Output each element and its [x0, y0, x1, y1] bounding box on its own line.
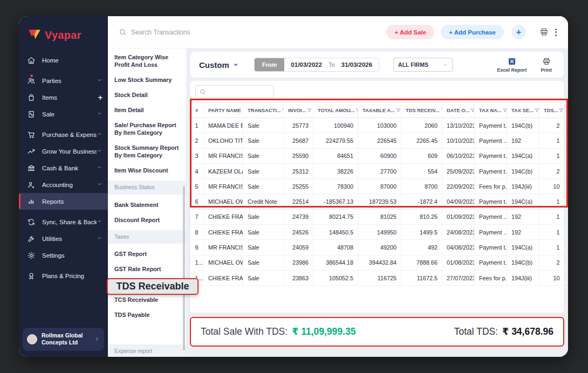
column-header[interactable]: TOTAL AMOU... [313, 103, 358, 118]
report-nav-item[interactable]: Item Detail [108, 102, 186, 118]
to-date-field[interactable]: 31/03/2026 [335, 61, 379, 68]
report-nav-item[interactable]: Discount Report [108, 212, 186, 227]
sidebar-item[interactable]: Accounting [19, 176, 108, 193]
report-nav-item[interactable]: Bank Statement [108, 197, 186, 212]
report-nav-item[interactable]: Sale/ Purchase Report By Item Category [108, 118, 186, 140]
report-nav-item[interactable]: Taxes [108, 230, 186, 244]
transaction-search[interactable] [119, 28, 386, 36]
print-icon[interactable] [537, 25, 551, 39]
sidebar-item[interactable]: Items + [19, 89, 108, 106]
filter-funnel-icon[interactable] [502, 108, 507, 113]
column-header[interactable]: TDS... [539, 103, 564, 118]
report-nav-item[interactable]: Item Wise Discount [108, 163, 186, 178]
sidebar-item[interactable]: Cash & Bank [19, 160, 108, 176]
column-header[interactable]: DATE O... [442, 103, 475, 118]
column-header[interactable]: # [191, 103, 204, 118]
report-nav-item[interactable]: GST Report [108, 246, 186, 261]
filter-funnel-icon[interactable] [469, 108, 474, 113]
filter-funnel-icon[interactable] [440, 108, 442, 113]
logo-text: Vyapar [45, 29, 81, 42]
sidebar-item-label: Plans & Pricing [42, 273, 102, 279]
filter-funnel-icon[interactable] [306, 108, 312, 113]
table-row[interactable]: 5 MR FRANCIS ... Sale 25255 78300 87000 … [191, 179, 564, 194]
table-row[interactable]: 1 MAMA DEE B... Sale 25773 100940 103000… [191, 118, 564, 133]
sidebar-item[interactable]: Settings [19, 247, 108, 264]
more-options-icon[interactable] [551, 29, 560, 36]
filter-funnel-icon[interactable] [281, 108, 283, 113]
utilities-icon [27, 234, 36, 243]
report-nav-item[interactable]: Expense report [108, 344, 186, 357]
sidebar-item[interactable]: Sale [19, 106, 108, 122]
filter-funnel-icon[interactable] [241, 108, 243, 113]
table-row[interactable]: 2 OKLOHO TITU... Sale 25687 224279.55 22… [191, 133, 564, 148]
report-nav-item[interactable]: TDS Payable [108, 307, 186, 322]
sidebar-item[interactable]: Home [19, 52, 108, 68]
report-nav-label: Business Status [114, 184, 155, 190]
sidebar-item[interactable]: Parties [19, 72, 108, 89]
table-row[interactable]: 1... MICHAEL OW... Sale 23986 386544.18 … [191, 255, 564, 270]
column-header[interactable]: TAX SE... [507, 103, 539, 118]
table-row[interactable]: 8 CHIEKE FRAN... Sale 24526 148450.5 149… [191, 225, 564, 240]
sidebar-item[interactable]: Plans & Pricing [19, 267, 108, 284]
report-nav-item[interactable]: Low Stock Summary [108, 72, 186, 87]
sidebar-item[interactable]: Purchase & Expense [19, 126, 108, 143]
report-nav-label: Item Category Wise Profit And Loss [114, 54, 168, 68]
add-sale-button[interactable]: + Add Sale [386, 25, 434, 39]
filter-funnel-icon[interactable] [354, 108, 358, 113]
sidebar-item-label: Items [42, 94, 98, 101]
total-sale-value: ₹ 11,09,999.35 [292, 326, 355, 337]
filter-funnel-icon[interactable] [558, 108, 564, 113]
table-search[interactable] [195, 85, 274, 98]
sidebar-item[interactable]: Sync, Share & Backup [19, 213, 108, 230]
table-row[interactable]: 3 MR FRANCIS ... Sale 25590 84651 60900 … [191, 148, 564, 163]
column-header[interactable]: TAXABLE A... [358, 103, 401, 118]
bank-icon [27, 164, 36, 172]
report-nav-label: Stock Detail [114, 92, 148, 98]
print-report-button[interactable]: Print [541, 57, 552, 73]
table-search-input[interactable] [208, 88, 270, 95]
table-row[interactable]: 9 MR FRANCIS ... Sale 24059 48708 49200 … [191, 240, 564, 255]
table-row[interactable]: 1... CHIEKE FRAN... Sale 23863 105052.5 … [191, 270, 564, 285]
home-icon [27, 56, 36, 65]
quick-add-button[interactable]: + [511, 25, 526, 39]
from-date-field[interactable]: 01/03/2022 [284, 61, 329, 68]
add-icon[interactable]: + [98, 93, 102, 102]
report-nav-label: Discount Report [114, 217, 160, 223]
reports-scrollbar[interactable] [183, 186, 185, 350]
date-range-dropdown[interactable]: Custom [199, 60, 239, 70]
table-row[interactable]: 6 MICHAEL OW... Credit Note 22514 -18536… [191, 194, 564, 209]
sidebar-item[interactable]: Grow Your Business [19, 143, 108, 160]
search-icon [119, 28, 127, 36]
column-header[interactable]: TAX NA... [475, 103, 507, 118]
filter-funnel-icon[interactable] [395, 108, 401, 113]
company-switcher[interactable]: Rollmax Global Concepts Ltd [23, 328, 104, 351]
from-chip[interactable]: From [255, 58, 285, 71]
plans-icon [27, 272, 36, 280]
table-row[interactable]: 7 CHIEKE FRAN... Sale 24739 80214.75 810… [191, 209, 564, 224]
sidebar-item-label: Cash & Bank [42, 165, 97, 171]
column-header[interactable]: TRANSACTI... [243, 103, 284, 118]
chevron-down-icon [97, 77, 102, 84]
accounting-icon [27, 181, 36, 189]
column-header[interactable]: TDS RECEIV... [401, 103, 442, 118]
sidebar-item[interactable]: Reports [19, 193, 108, 210]
filter-funnel-icon[interactable] [534, 108, 539, 113]
column-header[interactable]: PARTY NAME [204, 103, 243, 118]
excel-report-button[interactable]: Excel Report [497, 57, 527, 73]
grow-icon [27, 147, 36, 156]
table-row[interactable]: 4 KAZEEM OLA... Sale 25312 38226 27700 5… [191, 163, 564, 178]
reports-panel: Item Category Wise Profit And Loss Low S… [108, 49, 186, 357]
report-nav-item[interactable]: Business Status [108, 181, 186, 195]
sidebar-item[interactable]: Utilities [19, 230, 108, 247]
sidebar: Vyapar Home Parties [19, 16, 108, 357]
column-header[interactable]: INVOI... [284, 103, 313, 118]
report-nav-item-tds-receivable[interactable]: TDS Receivable [107, 278, 199, 295]
report-nav-item[interactable]: Stock Summary Report By Item Category [108, 140, 186, 163]
search-input[interactable] [131, 29, 250, 36]
firm-filter-select[interactable]: ALL FIRMS [393, 58, 453, 72]
report-nav-item[interactable]: Item Category Wise Profit And Loss [108, 50, 186, 72]
report-nav-item[interactable]: GST Rate Report [108, 261, 186, 277]
chevron-down-icon [443, 63, 448, 67]
report-nav-item[interactable]: Stock Detail [108, 87, 186, 102]
add-purchase-button[interactable]: + Add Purchase [441, 25, 504, 39]
